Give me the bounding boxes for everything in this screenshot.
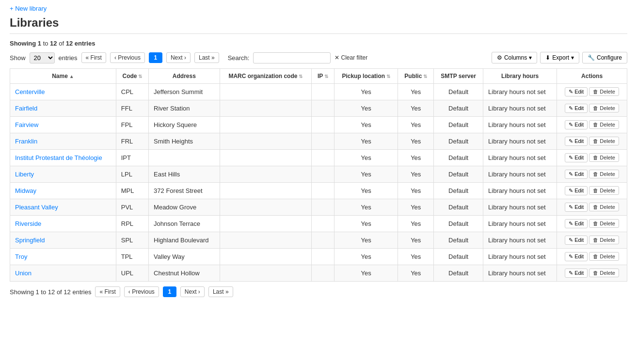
delete-btn[interactable]: 🗑 Delete [589,87,619,96]
edit-btn[interactable]: ✎ Edit [565,252,588,261]
cell-marc [220,183,311,199]
cell-public: Yes [398,84,434,100]
edit-btn[interactable]: ✎ Edit [565,104,588,113]
delete-btn[interactable]: 🗑 Delete [589,104,619,112]
columns-btn[interactable]: ⚙ Columns ▾ [492,52,537,63]
cell-actions: ✎ Edit🗑 Delete [557,183,627,199]
edit-btn[interactable]: ✎ Edit [565,170,588,179]
edit-btn[interactable]: ✎ Edit [565,120,588,129]
next-page-btn-bottom[interactable]: Next › [180,286,205,297]
libraries-table: Name Code Address MARC organization code… [10,68,627,282]
cell-smtp: Default [434,150,483,166]
delete-btn[interactable]: 🗑 Delete [589,170,619,178]
cell-pickup: Yes [334,117,398,133]
export-btn[interactable]: ⬇ Export ▾ [540,52,579,63]
delete-btn[interactable]: 🗑 Delete [589,186,619,195]
table-header: Name Code Address MARC organization code… [10,69,627,84]
col-ip[interactable]: IP [312,69,334,84]
edit-btn[interactable]: ✎ Edit [565,87,588,96]
previous-page-btn-bottom[interactable]: ‹ Previous [124,286,159,297]
col-public[interactable]: Public [398,69,434,84]
clear-filter-btn[interactable]: ✕ Clear filter [334,54,367,61]
library-name-link[interactable]: Fairfield [15,105,37,112]
first-page-btn-bottom[interactable]: « First [95,286,120,297]
new-library-link[interactable]: + New library [10,5,47,12]
cell-smtp: Default [434,117,483,133]
cell-public: Yes [398,183,434,199]
cell-ip [312,100,334,117]
cell-name: Troy [10,249,116,265]
library-name-link[interactable]: Springfield [15,237,45,244]
library-name-link[interactable]: Midway [15,187,36,194]
dropdown-icon2: ▾ [571,54,574,61]
cell-marc [220,232,311,249]
show-entries-select[interactable]: 10 20 50 100 [30,52,55,63]
current-page-btn-bottom[interactable]: 1 [163,286,176,297]
col-marc[interactable]: MARC organization code [220,69,311,84]
library-name-link[interactable]: Centerville [15,88,45,95]
first-page-btn-top[interactable]: « First [81,52,106,63]
edit-btn[interactable]: ✎ Edit [565,153,588,162]
library-name-link[interactable]: Franklin [15,138,37,145]
table-row: Pleasant Valley PVL Meadow Grove Yes Yes… [10,199,627,216]
last-page-btn-top[interactable]: Last » [194,52,219,63]
next-page-btn-top[interactable]: Next › [166,52,191,63]
delete-btn[interactable]: 🗑 Delete [589,269,619,277]
table-row: Fairfield FFL River Station Yes Yes Defa… [10,100,627,117]
search-input[interactable] [253,52,331,63]
edit-btn[interactable]: ✎ Edit [565,203,588,212]
edit-btn[interactable]: ✎ Edit [565,186,588,195]
delete-btn[interactable]: 🗑 Delete [589,219,619,228]
cell-address: Johnson Terrace [149,216,220,232]
delete-btn[interactable]: 🗑 Delete [589,236,619,244]
edit-btn[interactable]: ✎ Edit [565,219,588,228]
download-icon: ⬇ [545,54,550,61]
page-wrapper: + New library Libraries Showing 1 to 12 … [0,0,637,364]
col-pickup[interactable]: Pickup location [334,69,398,84]
wrench-icon: 🔧 [588,54,595,61]
library-name-link[interactable]: Pleasant Valley [15,204,58,211]
configure-btn[interactable]: 🔧 Configure [582,52,627,63]
cell-code: TPL [116,249,148,265]
cell-smtp: Default [434,216,483,232]
delete-btn[interactable]: 🗑 Delete [589,153,619,162]
cell-pickup: Yes [334,265,398,282]
library-name-link[interactable]: Fairview [15,121,38,128]
cell-hours: Library hours not set [483,117,557,133]
last-page-btn-bottom[interactable]: Last » [208,286,233,297]
cell-ip [312,133,334,150]
edit-btn[interactable]: ✎ Edit [565,137,588,146]
cell-code: RPL [116,216,148,232]
col-name[interactable]: Name [10,69,116,84]
cell-actions: ✎ Edit🗑 Delete [557,232,627,249]
cell-public: Yes [398,232,434,249]
current-page-btn-top[interactable]: 1 [149,52,162,63]
library-name-link[interactable]: Liberty [15,171,34,178]
cell-ip [312,150,334,166]
cell-hours: Library hours not set [483,100,557,117]
previous-page-btn-top[interactable]: ‹ Previous [110,52,145,63]
cell-code: FPL [116,117,148,133]
delete-btn[interactable]: 🗑 Delete [589,137,619,145]
cell-hours: Library hours not set [483,265,557,282]
library-name-link[interactable]: Union [15,269,32,277]
cell-code: LPL [116,166,148,183]
edit-btn[interactable]: ✎ Edit [565,269,588,278]
delete-btn[interactable]: 🗑 Delete [589,203,619,211]
delete-btn[interactable]: 🗑 Delete [589,252,619,261]
library-name-link[interactable]: Troy [15,253,28,260]
table-row: Centerville CPL Jefferson Summit Yes Yes… [10,84,627,100]
cell-pickup: Yes [334,166,398,183]
cell-hours: Library hours not set [483,133,557,150]
cell-smtp: Default [434,84,483,100]
delete-btn[interactable]: 🗑 Delete [589,120,619,129]
library-name-link[interactable]: Riverside [15,220,41,227]
col-code[interactable]: Code [116,69,148,84]
cell-name: Franklin [10,133,116,150]
table-row: Liberty LPL East Hills Yes Yes Default L… [10,166,627,183]
edit-btn[interactable]: ✎ Edit [565,236,588,245]
cell-hours: Library hours not set [483,199,557,216]
library-name-link[interactable]: Institut Protestant de Théologie [15,154,102,161]
cell-address [149,150,220,166]
cell-hours: Library hours not set [483,216,557,232]
